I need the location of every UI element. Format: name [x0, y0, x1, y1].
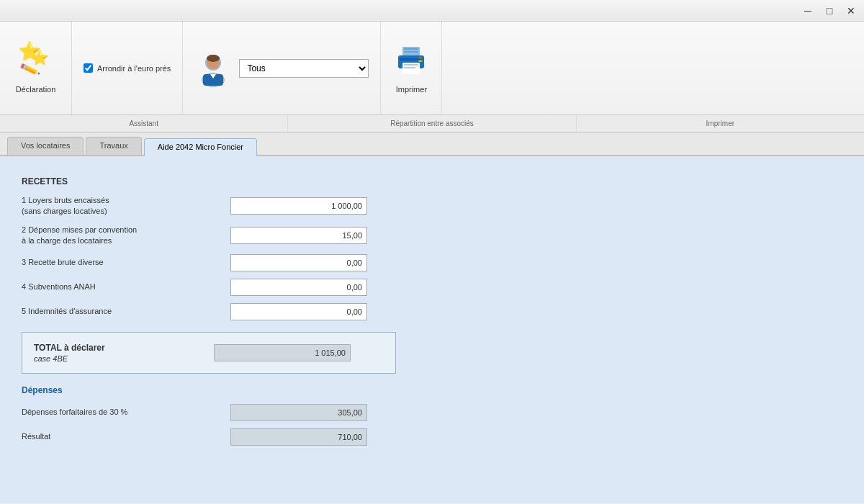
total-box: TOTAL à déclarer case 4BE [22, 332, 396, 374]
row5-input[interactable] [230, 303, 367, 320]
row3-label: 3 Recette brute diverse [22, 257, 223, 268]
depenses-input-1 [230, 404, 367, 421]
depenses-label-2: Résultat [22, 431, 223, 442]
round-euro-label: Arrondir à l'euro près [97, 64, 171, 73]
row2-input[interactable] [230, 227, 367, 244]
maximize-button[interactable]: □ [819, 3, 840, 19]
form-row-2: 2 Dépense mises par convention à la char… [22, 225, 842, 247]
print-label: Imprimer [396, 85, 427, 94]
row1-input[interactable] [230, 197, 367, 215]
declaration-label: Déclaration [16, 85, 56, 94]
total-sublabel: case 4BE [34, 354, 207, 363]
person-select[interactable]: Tous Associé 1 Associé 2 [239, 59, 369, 78]
form-row-3: 3 Recette brute diverse [22, 254, 842, 271]
titlebar: ─ □ ✕ [0, 0, 864, 22]
depenses-input-2 [230, 428, 367, 446]
main-content: RECETTES 1 Loyers bruts encaissés (sans … [0, 156, 864, 503]
row4-input[interactable] [230, 279, 367, 296]
close-button[interactable]: ✕ [841, 3, 861, 19]
row1-label: 1 Loyers bruts encaissés (sans charges l… [22, 195, 223, 217]
ribbon-section-imprimer[interactable]: Imprimer [577, 115, 864, 132]
tab-aide-2042[interactable]: Aide 2042 Micro Foncier [144, 138, 257, 156]
total-input [214, 344, 351, 361]
ribbon-section-assistant[interactable]: Assistant [0, 115, 288, 132]
form-row-4: 4 Subventions ANAH [22, 279, 842, 296]
svg-rect-11 [404, 64, 418, 66]
depenses-header: Dépenses [22, 385, 842, 395]
ribbon-group-print[interactable]: Imprimer [381, 22, 442, 114]
tabs-bar: Vos locataires Travaux Aide 2042 Micro F… [0, 132, 864, 156]
person-dropdown: Tous Associé 1 Associé 2 [239, 59, 369, 78]
row5-label: 5 Indemnités d'assurance [22, 306, 223, 317]
svg-rect-12 [404, 67, 415, 68]
print-icon [392, 42, 430, 80]
print-icon-wrapper [392, 42, 430, 82]
round-euro-checkbox[interactable] [84, 63, 93, 73]
total-label-group: TOTAL à déclarer case 4BE [34, 343, 207, 363]
tab-locataires[interactable]: Vos locataires [7, 137, 84, 155]
ribbon-group-options: Arrondir à l'euro près [72, 22, 183, 114]
round-euro-checkbox-row: Arrondir à l'euro près [84, 63, 171, 73]
depenses-label-1: Dépenses forfaitaires de 30 % [22, 407, 223, 418]
ribbon-group-declaration: ⭐ ⭐ ✏️ Déclaration [0, 22, 72, 114]
svg-rect-7 [404, 48, 418, 50]
ribbon-section-repartition[interactable]: Répartition entre associés [288, 115, 576, 132]
window-controls: ─ □ ✕ [798, 3, 861, 19]
total-label-main: TOTAL à déclarer [34, 343, 207, 353]
total-row: TOTAL à déclarer case 4BE [34, 343, 384, 363]
svg-point-3 [207, 55, 220, 62]
declaration-button[interactable]: ⭐ ⭐ ✏️ Déclaration [10, 40, 62, 96]
minimize-button[interactable]: ─ [798, 3, 818, 19]
tab-travaux[interactable]: Travaux [86, 137, 141, 155]
declaration-icon: ⭐ ⭐ ✏️ [18, 43, 53, 78]
ribbon: ⭐ ⭐ ✏️ Déclaration Arrondir à l'euro prè… [0, 22, 864, 115]
declaration-content: ⭐ ⭐ ✏️ Déclaration [10, 27, 62, 109]
ribbon-section-labels: Assistant Répartition entre associés Imp… [0, 115, 864, 132]
row4-label: 4 Subventions ANAH [22, 282, 223, 292]
ribbon-group-person: Tous Associé 1 Associé 2 [183, 22, 381, 114]
row3-input[interactable] [230, 254, 367, 271]
recettes-header: RECETTES [22, 176, 842, 186]
row2-label: 2 Dépense mises par convention à la char… [22, 225, 223, 247]
depenses-row-2: Résultat [22, 428, 842, 446]
depenses-row-1: Dépenses forfaitaires de 30 % [22, 404, 842, 421]
svg-rect-8 [404, 51, 418, 53]
svg-rect-14 [400, 58, 423, 60]
person-avatar-icon [194, 50, 232, 87]
form-row-1: 1 Loyers bruts encaissés (sans charges l… [22, 195, 842, 217]
form-row-5: 5 Indemnités d'assurance [22, 303, 842, 320]
